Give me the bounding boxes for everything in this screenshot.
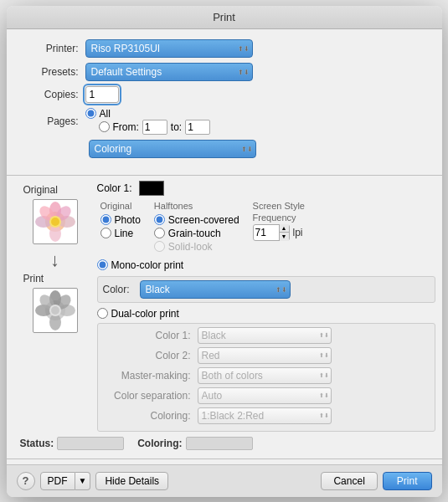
grain-touch-label: Grain-touch <box>168 228 221 239</box>
hide-details-label: Hide Details <box>105 475 159 487</box>
printer-label: Printer: <box>20 43 79 54</box>
photo-option[interactable]: Photo <box>100 214 141 226</box>
status-value-box <box>57 437 124 450</box>
coloring-status-key: Coloring: <box>137 438 182 449</box>
original-col-header: Original <box>100 201 141 211</box>
cancel-button[interactable]: Cancel <box>321 472 377 490</box>
mono-print-option[interactable]: Mono-color print <box>97 259 184 271</box>
presets-select[interactable]: Default Settings <box>85 63 253 81</box>
solid-look-label: Solid-look <box>168 241 213 253</box>
dual-color2-select[interactable]: Red <box>198 347 332 364</box>
color1-label: Color 1: <box>97 182 132 194</box>
print-button[interactable]: Print <box>383 472 432 490</box>
lpi-label: lpi <box>293 227 303 238</box>
frequency-input[interactable] <box>254 227 279 238</box>
presets-row: Presets: Default Settings ⬆⬇ <box>20 63 429 81</box>
status-key: Status: <box>20 438 54 449</box>
line-label: Line <box>115 228 134 239</box>
color-select-wrapper: Black ⬆⬇ <box>140 280 291 299</box>
cancel-label: Cancel <box>333 475 364 487</box>
right-panel: Color 1: Original Photo Line <box>97 181 435 432</box>
bottom-separator <box>7 458 442 459</box>
coloring-dropdown-row: Coloring ⬆⬇ <box>20 140 429 158</box>
freq-up-button[interactable]: ▲ <box>280 224 289 233</box>
svg-point-8 <box>51 218 59 226</box>
original-label: Original <box>23 184 58 196</box>
photo-radio[interactable] <box>100 214 111 225</box>
pages-all-label[interactable]: All <box>85 108 111 120</box>
pages-label: Pages: <box>20 115 79 127</box>
pages-from-radio[interactable] <box>99 121 110 132</box>
mono-print-radio[interactable] <box>97 259 108 270</box>
to-text: to: <box>171 121 182 133</box>
dual-separation-row: Color separation: Auto <box>101 387 431 404</box>
freq-down-button[interactable]: ▼ <box>280 233 289 241</box>
dual-separation-select[interactable]: Auto <box>198 387 332 404</box>
coloring-dropdown[interactable]: Coloring <box>89 140 256 158</box>
hide-details-button[interactable]: Hide Details <box>95 472 168 490</box>
grain-touch-option[interactable]: Grain-touch <box>154 228 239 239</box>
pdf-arrow-icon: ▼ <box>79 476 87 485</box>
status-item: Status: <box>20 437 125 450</box>
pdf-label: PDF <box>48 475 68 487</box>
print-flower-svg <box>35 290 75 330</box>
pages-to-input[interactable] <box>185 120 210 135</box>
copies-row: Copies: <box>20 86 429 103</box>
svg-point-17 <box>51 306 59 315</box>
color1-row: Color 1: <box>97 181 435 196</box>
dual-coloring-select[interactable]: 1:Black 2:Red <box>198 407 332 424</box>
dual-color1-row: Color 1: Black <box>101 327 431 344</box>
help-button[interactable]: ? <box>17 472 35 490</box>
line-option[interactable]: Line <box>100 228 141 239</box>
down-arrow-icon: ↓ <box>50 249 59 271</box>
dual-coloring-select-wrapper: 1:Black 2:Red <box>198 407 332 424</box>
grain-touch-radio[interactable] <box>154 228 165 238</box>
dual-print-label: Dual-color print <box>111 308 179 320</box>
original-thumbnail <box>33 199 78 244</box>
pages-from-label[interactable]: From: <box>99 121 139 133</box>
print-label: Print <box>397 475 418 487</box>
line-radio[interactable] <box>100 228 111 238</box>
print-thumb-label: Print <box>23 273 44 284</box>
screen-covered-option[interactable]: Screen-covered <box>154 214 239 226</box>
dual-color1-select-wrapper: Black <box>198 327 332 344</box>
dual-print-row: Dual-color print <box>97 308 435 320</box>
halftones-col-header: Halftones <box>154 201 239 211</box>
status-bar: Status: Coloring: <box>7 432 442 453</box>
dual-master-select-wrapper: Both of colors <box>198 367 332 384</box>
pages-options: All From: to: <box>85 108 211 135</box>
solid-look-option: Solid-look <box>154 241 239 253</box>
photo-label: Photo <box>115 214 141 226</box>
orig-halftones: Original Photo Line Halftones Sc <box>97 201 435 253</box>
halftones-col: Halftones Screen-covered Grain-touch Sol… <box>154 201 239 253</box>
dual-color1-select[interactable]: Black <box>198 327 332 344</box>
printer-select-wrapper: Riso RP3105UI ⬆⬇ <box>85 39 253 58</box>
pdf-button[interactable]: PDF <box>40 472 75 490</box>
printer-select[interactable]: Riso RP3105UI <box>85 39 253 58</box>
color-select-row: Color: Black ⬆⬇ <box>97 276 435 303</box>
separator <box>7 175 442 176</box>
copies-input[interactable] <box>85 86 119 103</box>
pages-from-input[interactable] <box>142 120 167 135</box>
pdf-arrow-button[interactable]: ▼ <box>75 472 91 490</box>
dual-print-radio[interactable] <box>97 308 108 319</box>
title-bar: Print <box>7 6 442 29</box>
dual-color2-label: Color 2: <box>101 350 198 361</box>
mono-print-row: Mono-color print <box>97 259 435 271</box>
mono-print-label: Mono-color print <box>111 259 184 271</box>
details-section: Original ↓ Print <box>7 181 442 432</box>
coloring-status-item: Coloring: <box>137 437 252 450</box>
pdf-btn-group: PDF ▼ <box>40 472 91 490</box>
solid-look-radio <box>154 241 165 252</box>
frequency-input-wrapper: ▲ ▼ <box>253 224 290 241</box>
screen-style-label: Screen Style <box>253 201 305 211</box>
dual-print-option[interactable]: Dual-color print <box>97 308 179 320</box>
dual-color2-select-wrapper: Red <box>198 347 332 364</box>
from-text: From: <box>113 121 139 133</box>
screen-covered-radio[interactable] <box>154 214 165 225</box>
pages-all-text: All <box>100 108 111 120</box>
dual-master-select[interactable]: Both of colors <box>198 367 332 384</box>
color-select[interactable]: Black <box>140 280 291 299</box>
pages-all-radio[interactable] <box>85 108 96 119</box>
print-dialog: Print Printer: Riso RP3105UI ⬆⬇ Presets:… <box>7 6 442 497</box>
